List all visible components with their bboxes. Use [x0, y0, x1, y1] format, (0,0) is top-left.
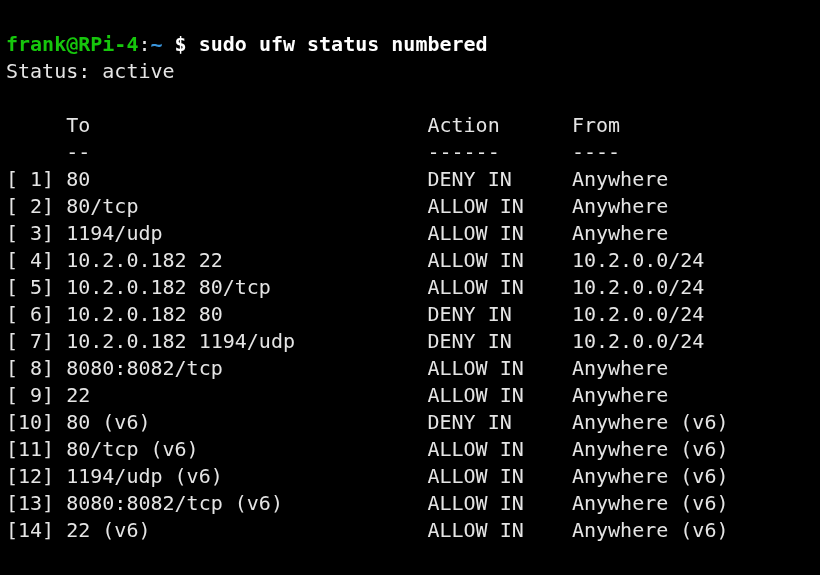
table-row: [12] 1194/udp (v6) ALLOW IN Anywhere (v6…: [6, 464, 728, 488]
table-row: [ 5] 10.2.0.182 80/tcp ALLOW IN 10.2.0.0…: [6, 275, 704, 299]
prompt-path: ~: [151, 32, 163, 56]
table-row: [ 7] 10.2.0.182 1194/udp DENY IN 10.2.0.…: [6, 329, 704, 353]
table-row: [10] 80 (v6) DENY IN Anywhere (v6): [6, 410, 728, 434]
table-row: [13] 8080:8082/tcp (v6) ALLOW IN Anywher…: [6, 491, 728, 515]
table-row: [ 2] 80/tcp ALLOW IN Anywhere: [6, 194, 668, 218]
terminal-output: frank@RPi-4:~ $ sudo ufw status numbered…: [0, 0, 820, 548]
table-row: [ 8] 8080:8082/tcp ALLOW IN Anywhere: [6, 356, 668, 380]
table-row: [ 1] 80 DENY IN Anywhere: [6, 167, 668, 191]
prompt-dollar: $: [163, 32, 199, 56]
prompt-host: frank@RPi-4: [6, 32, 138, 56]
table-row: [ 6] 10.2.0.182 80 DENY IN 10.2.0.0/24: [6, 302, 704, 326]
table-row: [ 9] 22 ALLOW IN Anywhere: [6, 383, 668, 407]
prompt-colon: :: [138, 32, 150, 56]
table-row: [ 3] 1194/udp ALLOW IN Anywhere: [6, 221, 668, 245]
rules-table: To Action From -- ------ ---- [ 1] 80 DE…: [6, 113, 728, 542]
table-divider: -- ------ ----: [6, 140, 620, 164]
status-line: Status: active: [6, 59, 175, 83]
table-row: [ 4] 10.2.0.182 22 ALLOW IN 10.2.0.0/24: [6, 248, 704, 272]
prompt-line[interactable]: frank@RPi-4:~ $ sudo ufw status numbered: [6, 32, 488, 56]
table-header: To Action From: [6, 113, 620, 137]
table-row: [11] 80/tcp (v6) ALLOW IN Anywhere (v6): [6, 437, 728, 461]
command-input[interactable]: sudo ufw status numbered: [199, 32, 488, 56]
status-value: active: [102, 59, 174, 83]
table-row: [14] 22 (v6) ALLOW IN Anywhere (v6): [6, 518, 728, 542]
status-label: Status:: [6, 59, 102, 83]
